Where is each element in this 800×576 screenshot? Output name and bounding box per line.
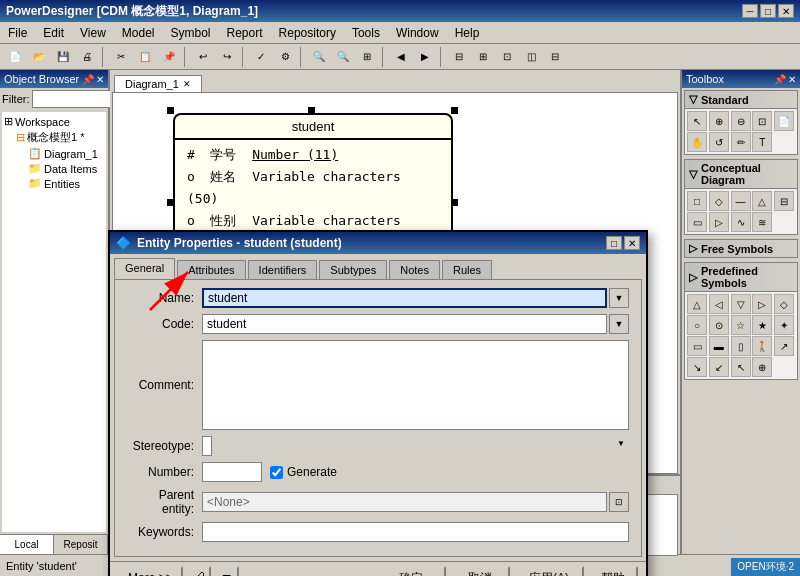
tree-data-items[interactable]: 📁 Data Items [28, 161, 104, 176]
dialog-window-controls[interactable]: □ ✕ [606, 236, 640, 250]
generate-checkbox[interactable] [270, 466, 283, 479]
tool-p2[interactable]: ◁ [709, 294, 729, 314]
toolbar-gen[interactable]: ⚙ [274, 46, 296, 68]
keywords-input[interactable] [202, 522, 629, 542]
name-input[interactable] [202, 288, 607, 308]
number-input[interactable] [202, 462, 262, 482]
code-dropdown-btn[interactable]: ▼ [609, 314, 629, 334]
toolbar-extra2[interactable]: ⊞ [472, 46, 494, 68]
tool-p16[interactable]: ↘ [687, 357, 707, 377]
browser-pin-icon[interactable]: 📌 [82, 74, 94, 85]
tool-p17[interactable]: ↙ [709, 357, 729, 377]
tool-p1[interactable]: △ [687, 294, 707, 314]
tool-assoc[interactable]: ⊟ [774, 191, 794, 211]
tool-relation[interactable]: ◇ [709, 191, 729, 211]
tool-text[interactable]: T [752, 132, 772, 152]
tool-entity[interactable]: □ [687, 191, 707, 211]
toolbar-cut[interactable]: ✂ [110, 46, 132, 68]
diagram-tab-1[interactable]: Diagram_1 ✕ [114, 75, 202, 92]
dialog-tab-rules[interactable]: Rules [442, 260, 492, 279]
help-btn[interactable]: 帮助 [588, 566, 638, 576]
tool-p19[interactable]: ⊕ [752, 357, 772, 377]
tool-c2[interactable]: ▷ [709, 212, 729, 232]
tool-link[interactable]: — [731, 191, 751, 211]
tree-workspace[interactable]: ⊞ Workspace [4, 114, 104, 129]
toolbar-extra5[interactable]: ⊟ [544, 46, 566, 68]
toolbar-extra4[interactable]: ◫ [520, 46, 542, 68]
dialog-tab-notes[interactable]: Notes [389, 260, 440, 279]
dialog-close-btn[interactable]: ✕ [624, 236, 640, 250]
tool-p4[interactable]: ▷ [752, 294, 772, 314]
toolbar-check[interactable]: ✓ [250, 46, 272, 68]
tool-p5[interactable]: ◇ [774, 294, 794, 314]
browser-close-icon[interactable]: ✕ [96, 74, 104, 85]
tool-p3[interactable]: ▽ [731, 294, 751, 314]
toolbox-header-conceptual[interactable]: ▽ Conceptual Diagram [684, 159, 798, 189]
ok-btn[interactable]: 确定 [376, 566, 446, 576]
toolbar-zoom-fit[interactable]: ⊞ [356, 46, 378, 68]
browser-tab-local[interactable]: Local [0, 535, 54, 554]
close-btn[interactable]: ✕ [778, 4, 794, 18]
toolbar-copy[interactable]: 📋 [134, 46, 156, 68]
tool-p11[interactable]: ▭ [687, 336, 707, 356]
tool-c4[interactable]: ≋ [752, 212, 772, 232]
menu-model[interactable]: Model [114, 22, 163, 43]
parent-input[interactable] [202, 492, 607, 512]
tool-p12[interactable]: ▬ [709, 336, 729, 356]
toolbar-arrow-right[interactable]: ▶ [414, 46, 436, 68]
toolbox-pin-icon[interactable]: 📌 [774, 74, 786, 85]
comment-input[interactable] [202, 340, 629, 430]
tool-c1[interactable]: ▭ [687, 212, 707, 232]
tool-inherit[interactable]: △ [752, 191, 772, 211]
tool-zoom-in[interactable]: ⊕ [709, 111, 729, 131]
tree-diagram[interactable]: 📋 Diagram_1 [28, 146, 104, 161]
tool-zoom-fit[interactable]: ⊡ [752, 111, 772, 131]
toolbar-zoom-out[interactable]: 🔍 [332, 46, 354, 68]
dialog-tab-general[interactable]: General [114, 258, 175, 279]
window-controls[interactable]: ─ □ ✕ [742, 4, 794, 18]
tool-zoom-out[interactable]: ⊖ [731, 111, 751, 131]
dialog-tab-subtypes[interactable]: Subtypes [319, 260, 387, 279]
browser-tab-repo[interactable]: Reposit [54, 535, 108, 554]
menu-report[interactable]: Report [219, 22, 271, 43]
menu-symbol[interactable]: Symbol [163, 22, 219, 43]
tool-select[interactable]: ↖ [687, 111, 707, 131]
tool-p8[interactable]: ☆ [731, 315, 751, 335]
diagram-tab-close[interactable]: ✕ [183, 79, 191, 89]
toolbox-close-icon[interactable]: ✕ [788, 74, 796, 85]
toolbar-zoom-in[interactable]: 🔍 [308, 46, 330, 68]
menu-edit[interactable]: Edit [35, 22, 72, 43]
tool-rotate[interactable]: ↺ [709, 132, 729, 152]
menu-help[interactable]: Help [447, 22, 488, 43]
cancel-btn[interactable]: 取消 [450, 566, 510, 576]
toolbar-new[interactable]: 📄 [4, 46, 26, 68]
more-btn[interactable]: More >> [118, 566, 183, 576]
tree-entities[interactable]: 📁 Entities [28, 176, 104, 191]
toolbar-arrow-left[interactable]: ◀ [390, 46, 412, 68]
menu-file[interactable]: File [0, 22, 35, 43]
tool-p10[interactable]: ✦ [774, 315, 794, 335]
toolbar-paste[interactable]: 📌 [158, 46, 180, 68]
toolbar-undo[interactable]: ↩ [192, 46, 214, 68]
toolbar-save[interactable]: 💾 [52, 46, 74, 68]
tool-p15[interactable]: ↗ [774, 336, 794, 356]
parent-browse-btn[interactable]: ⊡ [609, 492, 629, 512]
menu-repository[interactable]: Repository [271, 22, 344, 43]
tool-p9[interactable]: ★ [752, 315, 772, 335]
menu-view[interactable]: View [72, 22, 114, 43]
maximize-btn[interactable]: □ [760, 4, 776, 18]
tool-hand[interactable]: ✋ [687, 132, 707, 152]
tree-model[interactable]: ⊟ 概念模型1 * [16, 129, 104, 146]
tool-page[interactable]: 📄 [774, 111, 794, 131]
tool-p7[interactable]: ⊙ [709, 315, 729, 335]
tool-c3[interactable]: ∿ [731, 212, 751, 232]
code-input[interactable] [202, 314, 607, 334]
entity-properties-dialog[interactable]: 🔷 Entity Properties - student (student) … [108, 230, 648, 576]
toolbar-open[interactable]: 📂 [28, 46, 50, 68]
tool-p18[interactable]: ↖ [731, 357, 751, 377]
toolbar-redo[interactable]: ↪ [216, 46, 238, 68]
name-dropdown-btn[interactable]: ▼ [609, 288, 629, 308]
apply-btn[interactable]: 应用(A) [514, 566, 584, 576]
toolbar-extra1[interactable]: ⊟ [448, 46, 470, 68]
dialog-tab-identifiers[interactable]: Identifiers [248, 260, 318, 279]
